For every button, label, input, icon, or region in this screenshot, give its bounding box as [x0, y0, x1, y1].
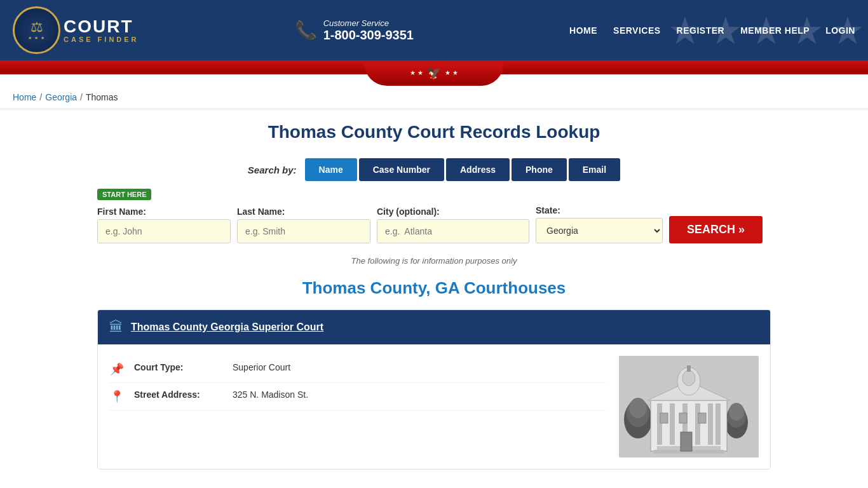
- eagle-icon: 🦅: [427, 66, 441, 80]
- breadcrumb-separator: /: [80, 92, 83, 102]
- nav-home[interactable]: HOME: [569, 25, 597, 36]
- nav-services[interactable]: SERVICES: [613, 25, 661, 36]
- first-name-input[interactable]: [97, 219, 231, 243]
- customer-service-area: 📞 Customer Service 1-800-309-9351: [295, 18, 414, 43]
- courthouses-title: Thomas County, GA Courthouses: [97, 278, 771, 298]
- eagle-area: ★ ★ 🦅 ★ ★: [410, 66, 458, 83]
- logo-text: COURT CASE FINDER: [64, 18, 139, 43]
- search-section: Search by: Name Case Number Address Phon…: [97, 158, 771, 243]
- breadcrumb-current: Thomas: [86, 92, 118, 102]
- logo-circle: ⚖ ★ ★ ★: [13, 6, 60, 54]
- nav-login[interactable]: LOGIN: [825, 25, 855, 36]
- svg-rect-16: [660, 413, 668, 423]
- breadcrumb-georgia[interactable]: Georgia: [45, 92, 77, 102]
- arch-curve: ★ ★ 🦅 ★ ★: [364, 63, 504, 86]
- logo-case-finder-text: CASE FINDER: [64, 36, 139, 43]
- logo-court-text: COURT: [64, 18, 139, 36]
- last-name-input[interactable]: [237, 219, 370, 243]
- search-by-row: Search by: Name Case Number Address Phon…: [97, 158, 771, 181]
- state-select[interactable]: Georgia Alabama Alaska Arizona Arkansas …: [536, 218, 663, 243]
- breadcrumb-bar: Home / Georgia / Thomas: [0, 86, 868, 109]
- start-here-badge: START HERE: [97, 189, 151, 200]
- main-nav: HOME SERVICES REGISTER MEMBER HELP LOGIN: [569, 25, 855, 36]
- tab-address[interactable]: Address: [446, 158, 510, 181]
- street-address-label: Street Address:: [134, 390, 223, 400]
- first-name-group: First Name:: [97, 207, 231, 243]
- address-icon: 📍: [109, 390, 125, 403]
- tab-email[interactable]: Email: [569, 158, 620, 181]
- court-type-label: Court Type:: [134, 362, 223, 372]
- breadcrumb: Home / Georgia / Thomas: [13, 92, 855, 102]
- logo-area[interactable]: ⚖ ★ ★ ★ COURT CASE FINDER: [13, 6, 139, 54]
- svg-rect-18: [698, 413, 706, 423]
- tab-case-number[interactable]: Case Number: [359, 158, 444, 181]
- last-name-group: Last Name:: [237, 207, 370, 243]
- svg-rect-8: [708, 403, 713, 445]
- tab-phone[interactable]: Phone: [512, 158, 567, 181]
- search-form: First Name: Last Name: City (optional): …: [97, 205, 771, 243]
- svg-point-22: [629, 398, 647, 418]
- svg-point-12: [682, 370, 695, 386]
- search-button[interactable]: SEARCH »: [669, 216, 763, 243]
- svg-rect-7: [695, 403, 700, 445]
- nav-member-help[interactable]: MEMBER HELP: [740, 25, 810, 36]
- search-by-label: Search by:: [248, 165, 297, 175]
- courthouse-name[interactable]: Thomas County Georgia Superior Court: [131, 322, 323, 333]
- nav-register[interactable]: REGISTER: [677, 25, 725, 36]
- main-content: Thomas County Court Records Lookup Searc…: [85, 109, 783, 488]
- city-input[interactable]: [377, 219, 529, 243]
- courthouse-card: 🏛 Thomas County Georgia Superior Court 📌…: [97, 309, 771, 470]
- svg-rect-5: [670, 403, 675, 445]
- courthouse-details: 📌 Court Type: Superior Court 📍 Street Ad…: [109, 356, 606, 458]
- state-group: State: Georgia Alabama Alaska Arizona Ar…: [536, 205, 663, 243]
- tab-name[interactable]: Name: [305, 158, 357, 181]
- court-type-value: Superior Court: [233, 362, 290, 372]
- breadcrumb-home[interactable]: Home: [13, 92, 36, 102]
- courthouse-building-icon: 🏛: [109, 319, 123, 336]
- court-type-icon: 📌: [109, 362, 125, 376]
- detail-row-court-type: 📌 Court Type: Superior Court: [109, 356, 606, 383]
- logo-shield-icon: ⚖: [31, 20, 43, 34]
- last-name-label: Last Name:: [237, 207, 370, 217]
- site-header: ★ ★ ★ ★ ★ ⚖ ★ ★ ★ COURT CASE FINDER 📞 Cu…: [0, 0, 868, 60]
- city-label: City (optional):: [377, 207, 529, 217]
- first-name-label: First Name:: [97, 207, 231, 217]
- city-group: City (optional):: [377, 207, 529, 243]
- customer-service-phone: 1-800-309-9351: [323, 28, 414, 42]
- disclaimer-text: The following is for information purpose…: [97, 256, 771, 266]
- state-label: State:: [536, 205, 663, 215]
- phone-icon: 📞: [295, 20, 317, 41]
- detail-row-address: 📍 Street Address: 325 N. Madison St.: [109, 383, 606, 410]
- courthouse-header: 🏛 Thomas County Georgia Superior Court: [98, 310, 770, 344]
- courthouse-image: [619, 356, 759, 458]
- courthouse-body: 📌 Court Type: Superior Court 📍 Street Ad…: [98, 344, 770, 469]
- svg-point-23: [729, 403, 744, 421]
- svg-rect-13: [687, 365, 691, 372]
- breadcrumb-separator: /: [39, 92, 42, 102]
- street-address-value: 325 N. Madison St.: [233, 390, 308, 400]
- arch-banner: ★ ★ 🦅 ★ ★: [0, 60, 868, 74]
- customer-service-label: Customer Service: [323, 18, 414, 28]
- star-left: ★ ★: [410, 69, 423, 76]
- svg-rect-17: [679, 413, 687, 423]
- svg-rect-4: [657, 403, 662, 445]
- star-right: ★ ★: [445, 69, 458, 76]
- svg-rect-9: [715, 403, 721, 445]
- page-title: Thomas County Court Records Lookup: [97, 122, 771, 142]
- svg-rect-19: [681, 432, 692, 451]
